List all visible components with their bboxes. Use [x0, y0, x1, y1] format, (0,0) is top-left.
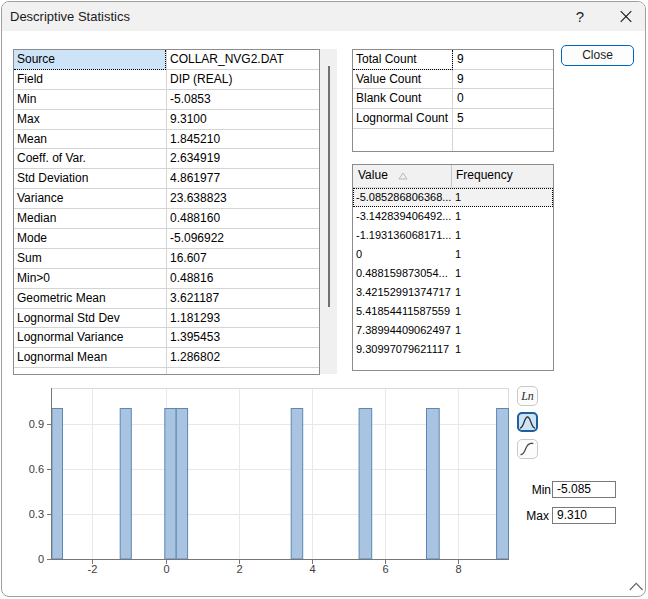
svg-text:0.6: 0.6 [29, 463, 44, 475]
svg-text:-2: -2 [88, 563, 98, 575]
svg-text:4: 4 [309, 563, 315, 575]
svg-text:0.3: 0.3 [29, 508, 44, 520]
svg-text:0: 0 [163, 563, 169, 575]
svg-text:6: 6 [382, 563, 388, 575]
svg-text:2: 2 [236, 563, 242, 575]
svg-text:0: 0 [38, 553, 44, 565]
svg-text:8: 8 [455, 563, 461, 575]
svg-text:0.9: 0.9 [29, 418, 44, 430]
